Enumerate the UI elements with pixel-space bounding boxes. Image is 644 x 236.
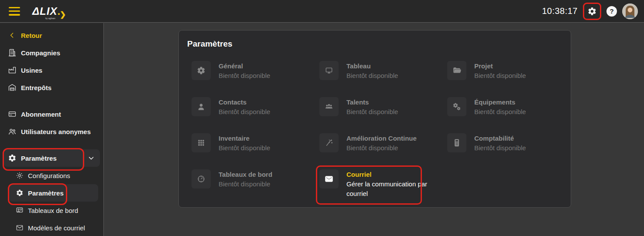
person-icon <box>192 97 211 116</box>
tile-general: GénéralBientôt disponible <box>192 61 319 81</box>
sidebar-item-parametres-parent[interactable]: Paramètres <box>3 149 100 167</box>
gear-outline-icon <box>16 172 24 179</box>
tile-title: Courriel <box>346 170 436 179</box>
gear-icon <box>8 154 17 162</box>
gauge-icon <box>192 169 211 189</box>
tile-subtitle: Bientôt disponible <box>219 71 270 81</box>
warehouse-icon <box>8 83 17 92</box>
tile-subtitle: Bientôt disponible <box>219 143 270 153</box>
gears-icon <box>447 97 466 116</box>
tile-title: Talents <box>346 98 398 107</box>
gear-icon <box>587 7 597 16</box>
settings-gear-button[interactable] <box>587 7 597 16</box>
tile-title: Général <box>219 61 270 71</box>
folder-icon <box>447 61 466 80</box>
sidebar-item-label: Compagnies <box>21 49 60 57</box>
tile-tableaux-de-bord: Tableaux de bordBientôt disponible <box>192 169 319 189</box>
sidebar-item-label: Abonnement <box>21 111 61 118</box>
tile-title: Amélioration Continue <box>346 134 417 143</box>
tile-title: Comptabilité <box>474 134 526 143</box>
sidebar-item-abonnement[interactable]: Abonnement <box>0 105 103 123</box>
logo-text: ΔLIX <box>32 5 57 17</box>
main-content: Paramètres GénéralBientôt disponible Tab… <box>104 23 644 236</box>
tile-title: Contacts <box>219 98 270 107</box>
sidebar-item-entrepots[interactable]: Entrepôts <box>0 79 103 96</box>
sidebar-item-label: Utilisateurs anonymes <box>21 128 91 135</box>
sidebar-item-usines[interactable]: Usines <box>0 61 103 79</box>
app-logo: ΔLIX. ❯ by agilean <box>32 6 61 17</box>
gear-icon <box>16 189 24 197</box>
dashboard-user-icon <box>16 206 24 214</box>
sidebar-subitem-configurations[interactable]: Configurations <box>0 167 103 184</box>
envelope-icon <box>16 224 24 232</box>
tile-subtitle: Bientôt disponible <box>474 71 526 81</box>
parametres-panel: Paramètres GénéralBientôt disponible Tab… <box>178 30 571 208</box>
tile-title: Inventaire <box>219 134 270 143</box>
tile-subtitle: Bientôt disponible <box>346 143 417 153</box>
tile-courriel[interactable]: CourrielGérer la communication par courr… <box>319 169 447 199</box>
tile-subtitle: Bientôt disponible <box>346 71 398 81</box>
grid-icon <box>192 133 211 152</box>
tile-title: Projet <box>474 61 526 71</box>
logo-subtext: by agilean <box>45 17 55 20</box>
parametres-parent-main[interactable]: Paramètres <box>3 154 82 162</box>
sidebar-subitem-parametres[interactable]: Paramètres <box>9 184 98 202</box>
monitor-icon <box>319 61 339 80</box>
tile-amelioration-continue: Amélioration ContinueBientôt disponible <box>319 133 447 153</box>
sidebar-item-label: Paramètres <box>21 155 57 162</box>
tile-subtitle: Bientôt disponible <box>474 143 526 153</box>
tile-subtitle: Gérer la communication par courriel <box>346 179 436 199</box>
sidebar-item-label: Entrepôts <box>21 84 51 91</box>
sidebar: Retour Compagnies Usines Entrepôts Abonn… <box>0 23 104 236</box>
people-group-icon <box>319 97 339 116</box>
tile-projet: ProjetBientôt disponible <box>447 61 575 81</box>
credit-card-icon <box>8 110 17 118</box>
clock: 10:38:17 <box>542 6 578 16</box>
sidebar-subitem-label: Modèles de courriel <box>28 224 85 232</box>
tile-subtitle: Bientôt disponible <box>474 107 526 117</box>
tile-subtitle: Bientôt disponible <box>219 179 272 189</box>
tile-tableau: TableauBientôt disponible <box>319 61 447 81</box>
tile-title: Tableau <box>346 61 398 71</box>
sidebar-item-compagnies[interactable]: Compagnies <box>0 44 103 61</box>
logo-arrow-icon: ❯ <box>60 11 66 18</box>
tile-subtitle: Bientôt disponible <box>219 107 270 117</box>
sidebar-subitem-tableaux-de-bord[interactable]: Tableaux de bord <box>0 202 103 219</box>
tile-equipements: ÉquipementsBientôt disponible <box>447 97 575 117</box>
tile-talents: TalentsBientôt disponible <box>319 97 447 117</box>
chevron-left-icon <box>8 31 17 40</box>
menu-icon[interactable] <box>9 7 20 16</box>
building-icon <box>8 48 17 57</box>
back-button[interactable]: Retour <box>0 27 103 44</box>
help-icon[interactable]: ? <box>606 6 617 17</box>
avatar[interactable] <box>622 3 638 19</box>
sidebar-subitem-modeles-de-courriel[interactable]: Modèles de courriel <box>0 219 103 236</box>
settings-tile-grid: GénéralBientôt disponible TableauBientôt… <box>187 61 571 199</box>
gear-icon <box>192 61 211 80</box>
factory-icon <box>8 66 17 74</box>
sidebar-subitem-label: Configurations <box>28 172 70 179</box>
sidebar-subitem-label: Tableaux de bord <box>28 207 78 214</box>
page-title: Paramètres <box>187 39 571 49</box>
chevron-down-icon[interactable] <box>82 149 100 167</box>
calculator-icon <box>447 133 466 152</box>
tile-comptabilite: ComptabilitéBientôt disponible <box>447 133 575 153</box>
sidebar-item-label: Usines <box>21 67 42 74</box>
sidebar-item-utilisateurs-anonymes[interactable]: Utilisateurs anonymes <box>0 123 103 140</box>
tile-title: Équipements <box>474 98 526 107</box>
tile-contacts: ContactsBientôt disponible <box>192 97 319 117</box>
top-bar: ΔLIX. ❯ by agilean 10:38:17 ? <box>0 0 644 23</box>
back-label: Retour <box>21 32 42 39</box>
envelope-icon <box>319 169 339 189</box>
sidebar-subitem-label: Paramètres <box>28 189 64 197</box>
settings-annotation-box <box>583 3 601 20</box>
tile-title: Tableaux de bord <box>219 170 272 179</box>
tile-subtitle: Bientôt disponible <box>346 107 398 117</box>
tile-inventaire: InventaireBientôt disponible <box>192 133 319 153</box>
wand-icon <box>319 133 339 152</box>
users-icon <box>8 127 17 136</box>
